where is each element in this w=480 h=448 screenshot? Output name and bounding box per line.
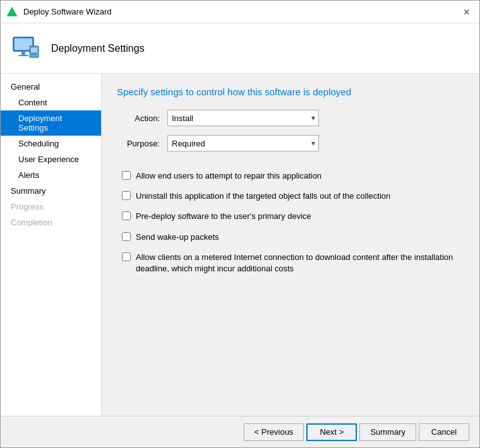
wizard-icon bbox=[6, 6, 18, 18]
checkbox-uninstall-remove-row: Uninstall this application if the target… bbox=[117, 191, 464, 202]
svg-rect-4 bbox=[21, 51, 25, 55]
sidebar-item-general[interactable]: General bbox=[1, 79, 101, 95]
previous-button[interactable]: < Previous bbox=[244, 423, 304, 441]
action-row: Action: Install Uninstall bbox=[117, 110, 464, 126]
svg-rect-7 bbox=[31, 48, 37, 52]
checkbox-pre-deploy-label: Pre-deploy software to the user's primar… bbox=[136, 211, 311, 222]
action-select[interactable]: Install Uninstall bbox=[167, 110, 319, 126]
sidebar-item-summary[interactable]: Summary bbox=[1, 183, 101, 199]
deployment-icon bbox=[11, 33, 41, 64]
sidebar: General Content Deployment Settings Sche… bbox=[1, 74, 102, 416]
checkbox-metered-row: Allow clients on a metered Internet conn… bbox=[117, 252, 464, 274]
svg-point-8 bbox=[32, 54, 33, 55]
title-bar: Deploy Software Wizard ✕ bbox=[1, 1, 479, 23]
action-label: Action: bbox=[117, 114, 167, 123]
checkbox-uninstall-remove-label: Uninstall this application if the target… bbox=[136, 191, 390, 202]
main-heading: Specify settings to control how this sof… bbox=[117, 86, 464, 97]
checkbox-metered[interactable] bbox=[122, 252, 131, 261]
footer: < Previous Next > Summary Cancel bbox=[1, 416, 479, 447]
divider bbox=[117, 160, 464, 170]
checkbox-wake-up-row: Send wake-up packets bbox=[117, 232, 464, 243]
main-content: Specify settings to control how this sof… bbox=[102, 74, 479, 416]
checkbox-repair-label: Allow end users to attempt to repair thi… bbox=[136, 170, 321, 182]
checkbox-wake-up-label: Send wake-up packets bbox=[136, 232, 219, 243]
close-button[interactable]: ✕ bbox=[459, 4, 474, 20]
wizard-window: Deploy Software Wizard ✕ Deployment Sett… bbox=[0, 0, 480, 448]
action-select-wrapper: Install Uninstall bbox=[167, 110, 319, 126]
next-button[interactable]: Next > bbox=[306, 423, 357, 441]
checkbox-metered-label: Allow clients on a metered Internet conn… bbox=[136, 252, 464, 274]
checkbox-repair-row: Allow end users to attempt to repair thi… bbox=[117, 170, 464, 182]
purpose-select-wrapper: Required Available bbox=[167, 135, 319, 151]
sidebar-item-progress: Progress bbox=[1, 199, 101, 215]
sidebar-item-user-experience[interactable]: User Experience bbox=[1, 151, 101, 167]
page-header: Deployment Settings bbox=[1, 23, 479, 74]
sidebar-item-content[interactable]: Content bbox=[1, 95, 101, 110]
checkbox-pre-deploy[interactable] bbox=[122, 211, 131, 220]
purpose-label: Purpose: bbox=[117, 139, 167, 148]
title-bar-text: Deploy Software Wizard bbox=[23, 7, 459, 16]
purpose-select[interactable]: Required Available bbox=[167, 135, 319, 151]
svg-rect-9 bbox=[33, 54, 36, 55]
sidebar-item-deployment-settings[interactable]: Deployment Settings bbox=[1, 110, 101, 136]
checkbox-uninstall-remove[interactable] bbox=[122, 191, 131, 200]
page-header-title: Deployment Settings bbox=[51, 43, 145, 54]
checkbox-wake-up[interactable] bbox=[122, 232, 131, 241]
svg-marker-1 bbox=[8, 8, 16, 15]
sidebar-item-alerts[interactable]: Alerts bbox=[1, 167, 101, 183]
sidebar-item-completion: Completion bbox=[1, 215, 101, 230]
summary-button[interactable]: Summary bbox=[359, 423, 416, 441]
svg-rect-5 bbox=[18, 55, 28, 56]
purpose-row: Purpose: Required Available bbox=[117, 135, 464, 151]
checkbox-pre-deploy-row: Pre-deploy software to the user's primar… bbox=[117, 211, 464, 222]
checkbox-repair[interactable] bbox=[122, 171, 131, 180]
cancel-button[interactable]: Cancel bbox=[419, 423, 469, 441]
content-area: General Content Deployment Settings Sche… bbox=[1, 74, 479, 416]
sidebar-item-scheduling[interactable]: Scheduling bbox=[1, 136, 101, 151]
